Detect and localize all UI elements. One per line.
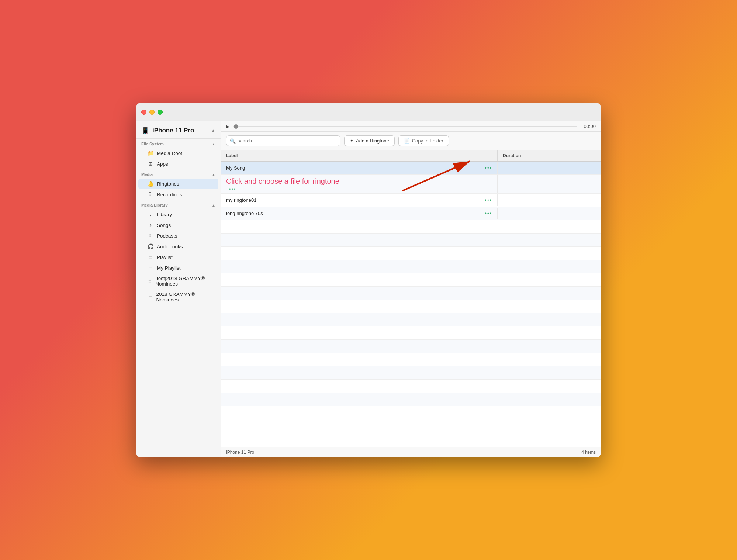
- play-button[interactable]: ▶: [226, 124, 229, 129]
- table-body: My Song ••• Click and choose a file for …: [221, 162, 601, 447]
- table-row-empty: [221, 220, 601, 234]
- maximize-button[interactable]: [158, 110, 163, 115]
- table-wrapper: Label Duration My Song •••: [221, 150, 601, 447]
- table-row-empty: [221, 353, 601, 366]
- sidebar-item-grammy-test[interactable]: ≡ [test]2018 GRAMMY® Nominees: [138, 273, 218, 289]
- media-library-section-header: Media Library ▲: [136, 200, 221, 209]
- row-4-inner: long ringtone 70s •••: [221, 208, 498, 219]
- hint-row-duration: [498, 181, 601, 187]
- search-input[interactable]: [226, 135, 340, 146]
- podcasts-label: Podcasts: [157, 233, 177, 239]
- recordings-label: Recordings: [157, 192, 182, 197]
- transport-slider[interactable]: [233, 126, 577, 127]
- status-bar: iPhone 11 Pro 4 items: [221, 447, 601, 457]
- mic-icon: 🎙: [147, 191, 154, 197]
- table-row[interactable]: my ringtone01 •••: [221, 194, 601, 207]
- traffic-lights: [141, 110, 163, 115]
- sidebar-item-recordings[interactable]: 🎙 Recordings: [138, 189, 218, 200]
- songs-label: Songs: [157, 222, 171, 228]
- row-3-duration: [498, 197, 601, 203]
- songs-icon: ♪: [147, 222, 154, 228]
- audiobooks-label: Audiobooks: [157, 244, 183, 249]
- close-button[interactable]: [141, 110, 146, 115]
- my-playlist-icon: ≡: [147, 265, 154, 271]
- status-device: iPhone 11 Pro: [226, 450, 254, 455]
- table-row-empty: [221, 313, 601, 326]
- copy-folder-icon: 📄: [404, 138, 410, 144]
- row-3-inner: my ringtone01 •••: [221, 194, 498, 206]
- table-row-empty: [221, 380, 601, 393]
- apps-label: Apps: [157, 161, 168, 167]
- ringtones-label: Ringtones: [157, 181, 179, 187]
- bell-icon: 🔔: [147, 181, 154, 187]
- sidebar-item-my-playlist[interactable]: ≡ My Playlist: [138, 263, 218, 273]
- folder-icon: 📁: [147, 150, 154, 156]
- title-bar: [136, 103, 601, 121]
- add-ringtone-button[interactable]: ✦ Add a Ringtone: [344, 135, 395, 146]
- transport-bar: ▶ 00:00: [221, 121, 601, 132]
- table-row-empty: [221, 287, 601, 300]
- sidebar-item-audiobooks[interactable]: 🎧 Audiobooks: [138, 241, 218, 252]
- table-row-hint: Click and choose a file for ringtone •••: [221, 175, 601, 194]
- row-4-duration: [498, 211, 601, 217]
- iphone-icon: 📱: [141, 127, 149, 135]
- device-name: iPhone 11 Pro: [152, 127, 194, 134]
- hint-row-inner: Click and choose a file for ringtone •••: [221, 175, 498, 193]
- sidebar-item-songs[interactable]: ♪ Songs: [138, 220, 218, 230]
- table-row-empty: [221, 393, 601, 406]
- grammy-test-label: [test]2018 GRAMMY® Nominees: [155, 276, 213, 287]
- library-label: Library: [157, 212, 172, 217]
- search-icon: 🔍: [230, 138, 236, 144]
- hint-text: Click and choose a file for ringtone: [226, 177, 492, 186]
- sidebar-item-apps[interactable]: ⊞ Apps: [138, 159, 218, 169]
- minimize-button[interactable]: [149, 110, 155, 115]
- slider-thumb: [234, 124, 238, 129]
- table-row-empty: [221, 273, 601, 287]
- row-1-duration: [498, 165, 601, 171]
- media-library-label: Media Library: [141, 203, 168, 207]
- sidebar-item-media-root[interactable]: 📁 Media Root: [138, 148, 218, 158]
- sidebar-item-podcasts[interactable]: 🎙 Podcasts: [138, 231, 218, 241]
- sidebar-item-ringtones[interactable]: 🔔 Ringtones: [138, 179, 218, 189]
- apps-icon: ⊞: [147, 161, 154, 167]
- file-system-label: File System: [141, 142, 164, 146]
- table-row-empty: [221, 326, 601, 340]
- table-row-empty: [221, 300, 601, 313]
- table-row[interactable]: long ringtone 70s •••: [221, 207, 601, 220]
- row-1-inner: My Song •••: [221, 162, 498, 174]
- row-3-name: my ringtone01: [226, 197, 482, 203]
- table-header: Label Duration: [221, 150, 601, 162]
- my-playlist-label: My Playlist: [157, 265, 181, 271]
- app-window: 📱 iPhone 11 Pro ▲ File System ▲ 📁 Media …: [136, 103, 601, 457]
- media-library-toggle[interactable]: ▲: [212, 203, 215, 207]
- right-panel: ▶ 00:00 🔍 ✦ Add a Ringtone 📄 Co: [221, 121, 601, 457]
- toolbar: 🔍 ✦ Add a Ringtone 📄 Copy to Folder: [221, 132, 601, 150]
- collapse-button[interactable]: ▲: [211, 128, 215, 133]
- table-row-empty: [221, 234, 601, 247]
- add-ringtone-icon: ✦: [350, 138, 354, 144]
- table-row[interactable]: My Song •••: [221, 162, 601, 175]
- sidebar-item-grammy[interactable]: ≡ 2018 GRAMMY® Nominees: [138, 289, 218, 305]
- row-4-actions[interactable]: •••: [485, 211, 492, 216]
- media-toggle[interactable]: ▲: [212, 173, 215, 177]
- row-4-name: long ringtone 70s: [226, 211, 482, 216]
- grammy-test-icon: ≡: [147, 278, 152, 284]
- grammy-label: 2018 GRAMMY® Nominees: [156, 291, 213, 303]
- grammy-icon: ≡: [147, 294, 153, 300]
- add-ringtone-label: Add a Ringtone: [356, 138, 389, 144]
- status-count: 4 items: [581, 450, 596, 455]
- main-content: 📱 iPhone 11 Pro ▲ File System ▲ 📁 Media …: [136, 121, 601, 457]
- sidebar-device-header[interactable]: 📱 iPhone 11 Pro ▲: [136, 121, 221, 139]
- sidebar-item-playlist[interactable]: ≡ Playlist: [138, 252, 218, 262]
- table-row-empty: [221, 366, 601, 380]
- file-system-toggle[interactable]: ▲: [212, 142, 215, 146]
- playlist-icon: ≡: [147, 254, 154, 260]
- row-1-actions[interactable]: •••: [485, 165, 492, 171]
- sidebar-item-library[interactable]: ♩ Library: [138, 209, 218, 219]
- column-duration-header: Duration: [498, 150, 601, 161]
- copy-to-folder-button[interactable]: 📄 Copy to Folder: [398, 135, 449, 146]
- hint-row-actions[interactable]: •••: [229, 186, 492, 192]
- row-3-actions[interactable]: •••: [485, 197, 492, 203]
- playlist-label: Playlist: [157, 255, 173, 260]
- row-1-name: My Song: [226, 165, 482, 171]
